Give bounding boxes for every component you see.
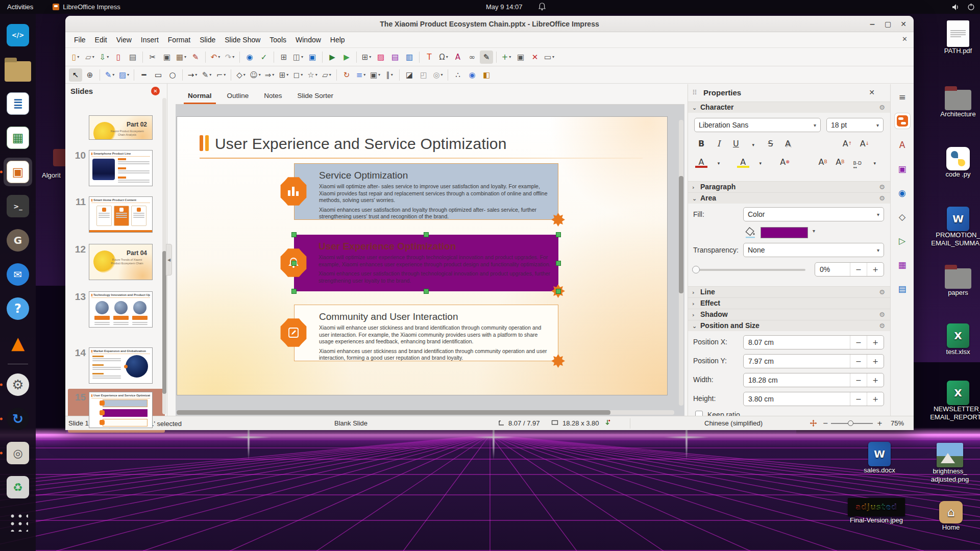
language-status[interactable]: Chinese (simplified) <box>704 419 763 427</box>
dock-vlc[interactable]: ▲ <box>4 329 32 357</box>
volume-icon[interactable] <box>952 4 960 11</box>
start-from-first-slide-button[interactable]: ▶ <box>326 51 339 64</box>
show-draw-functions-button[interactable]: ✎ <box>480 51 493 64</box>
tab-animation[interactable]: ▦ <box>895 257 910 272</box>
start-from-current-slide-button[interactable]: ▶ <box>340 51 353 64</box>
slide-thumbnail-item[interactable]: Part 02Xiaomi Product Ecosystem Chain An… <box>69 115 160 152</box>
document-close-icon[interactable]: ✕ <box>902 35 908 43</box>
transparency-slider[interactable] <box>695 269 805 271</box>
slide-thumbnail[interactable]: Market Expansion and Globalization <box>89 347 153 384</box>
width-decrease[interactable]: − <box>850 373 867 387</box>
zoom-pan-button[interactable]: ⊕ <box>83 68 96 82</box>
undo-button[interactable]: ↶▾ <box>209 51 222 64</box>
desktop-icon-code-py[interactable]: code .py <box>930 147 980 179</box>
section-character[interactable]: ⌄Character ⚙ <box>688 102 890 113</box>
menu-view[interactable]: View <box>112 33 136 46</box>
position-y-decrease[interactable]: − <box>850 355 867 368</box>
menu-insert[interactable]: Insert <box>136 33 163 46</box>
dock-libreoffice-impress[interactable]: ▣ <box>4 158 32 186</box>
dock-help[interactable]: ? <box>4 294 32 323</box>
slide-thumbnail-item[interactable]: 10Smartphone Product Line <box>69 150 160 186</box>
desktop-icon-home[interactable]: ⌂Home <box>923 501 979 532</box>
export-pdf-button[interactable]: ▯ <box>112 51 125 64</box>
focused-app-menu[interactable]: LibreOffice Impress <box>53 3 120 11</box>
slide-canvas[interactable]: User Experience and Service Optimization… <box>177 116 668 395</box>
slide-thumbnail-item[interactable]: 11Smart Home Product Content <box>69 196 160 233</box>
insert-media-button[interactable]: ▤ <box>388 51 402 64</box>
curves-polygons-button[interactable]: ✎▾ <box>200 68 213 82</box>
fill-type-select[interactable]: Color▾ <box>743 207 884 221</box>
spacing-dropdown[interactable]: ▾ <box>869 157 881 169</box>
display-grid-button[interactable]: ⊞ <box>277 51 290 64</box>
slide-title-block[interactable]: User Experience and Service Optimization <box>200 135 507 153</box>
title-bar[interactable]: The Xiaomi Product Ecosystem Chain.pptx … <box>65 16 914 32</box>
view-tab-outline[interactable]: Outline <box>221 88 255 104</box>
selection-handle[interactable] <box>556 232 561 237</box>
desktop-icon-brightness-[interactable]: brightness_adjusted.png <box>922 443 978 484</box>
tab-gallery[interactable]: ▣ <box>895 161 910 177</box>
star-shapes-button[interactable]: ☆▾ <box>306 68 319 82</box>
selection-handle[interactable] <box>291 289 297 294</box>
select-button[interactable]: ↖ <box>69 68 82 82</box>
desktop-icon-final-version-jpeg[interactable]: adjustedFinal-Version.jpeg <box>848 498 904 524</box>
dock-trash[interactable]: ♻ <box>4 473 32 502</box>
underline-dropdown[interactable]: ▾ <box>747 139 760 151</box>
highlight-color-dropdown[interactable]: ▾ <box>754 157 767 169</box>
find-replace-button[interactable]: ◉ <box>243 51 256 64</box>
lines-and-arrows-button[interactable]: →▾ <box>186 68 199 82</box>
menu-edit[interactable]: Edit <box>90 33 112 46</box>
dock-terminal[interactable]: >_ <box>4 192 32 220</box>
font-color-button[interactable]: A <box>695 158 707 168</box>
shadow-button[interactable]: ◪ <box>403 68 416 82</box>
underline-button[interactable]: U <box>730 137 742 149</box>
desktop-icon-newsletter-[interactable]: XNEWSLETTER_EMAIL_REPORT... <box>930 381 980 421</box>
tab-navigator[interactable]: ◉ <box>895 185 910 201</box>
transparency-decrease[interactable]: − <box>850 263 867 276</box>
cut-button[interactable]: ✂ <box>146 51 159 64</box>
view-tab-notes[interactable]: Notes <box>258 88 288 104</box>
spelling-button[interactable]: ✓ <box>257 51 271 64</box>
vertical-scrollbar[interactable] <box>679 120 683 406</box>
save-button[interactable]: ⇩▾ <box>97 51 111 64</box>
width-input[interactable]: 18.28 cm <box>744 373 850 387</box>
delete-slide-button[interactable]: ✕ <box>528 51 542 64</box>
tab-slide-transition[interactable]: ▷ <box>895 233 910 248</box>
selection-handle[interactable] <box>556 289 561 294</box>
font-color-dropdown[interactable]: ▾ <box>713 157 725 169</box>
power-icon[interactable] <box>967 3 975 11</box>
toggle-extrusion-button[interactable]: ◧ <box>480 68 493 82</box>
slide-thumbnail-item[interactable]: 13Technology Innovation and Product Upgr… <box>69 291 160 328</box>
slide-layout-button[interactable]: ▭▾ <box>543 51 556 64</box>
ellipse-button[interactable]: ○ <box>166 68 179 82</box>
line-color-button[interactable]: ✎▾ <box>103 68 116 82</box>
gear-icon[interactable]: ⚙ <box>879 322 885 330</box>
dock-app-grid[interactable] <box>4 507 32 536</box>
slide-thumbnail[interactable]: Part 04Future Trends of Xiaomi Product E… <box>89 244 153 280</box>
insert-text-box-button[interactable]: T <box>423 51 436 64</box>
menu-file[interactable]: File <box>69 33 90 46</box>
callout-shapes-button[interactable]: ◻▾ <box>291 68 305 82</box>
paste-button[interactable]: ▦▾ <box>175 51 188 64</box>
horizontal-scrollbar[interactable] <box>177 410 674 415</box>
section-position-size[interactable]: ⌄Position and Size ⚙ <box>688 320 890 331</box>
position-y-increase[interactable]: + <box>867 355 884 368</box>
height-decrease[interactable]: − <box>850 392 867 406</box>
tab-styles[interactable]: A <box>895 137 910 153</box>
open-file-button[interactable]: ▱▾ <box>83 51 96 64</box>
transparency-value[interactable]: 0% <box>815 263 850 276</box>
copy-button[interactable]: ▣ <box>160 51 174 64</box>
section-effect[interactable]: ›Effect <box>688 297 890 309</box>
gear-icon[interactable]: ⚙ <box>879 311 885 318</box>
fit-slide-icon[interactable] <box>810 419 817 429</box>
desktop-icon-path-pdf[interactable]: PATH.pdf <box>930 20 980 55</box>
section-shadow[interactable]: ›Shadow ⚙ <box>688 309 890 320</box>
slides-panel-close-icon[interactable]: ✕ <box>151 87 160 95</box>
connectors-button[interactable]: ⌐▾ <box>214 68 228 82</box>
character-spacing-button[interactable]: B-D↔ <box>851 159 864 171</box>
slide-thumbnail[interactable]: Part 02Xiaomi Product Ecosystem Chain An… <box>89 115 153 140</box>
selection-handle[interactable] <box>424 289 429 294</box>
tab-shapes[interactable]: ◇ <box>895 209 910 224</box>
desktop-icon-test-xlsx[interactable]: Xtest.xlsx <box>930 323 980 356</box>
symbol-shapes-button[interactable]: ☺▾ <box>249 68 262 82</box>
insert-fontwork-button[interactable]: A <box>451 51 464 64</box>
